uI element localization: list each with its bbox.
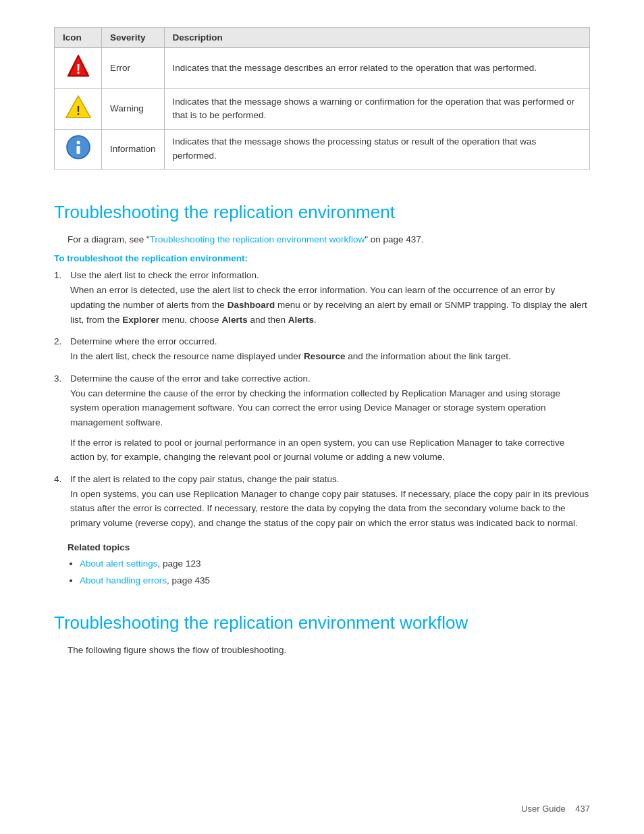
section2-body: The following figure shows the flow of t… — [68, 643, 590, 658]
step1-bold-dashboard: Dashboard — [227, 300, 275, 310]
table-row-info: Information Indicates that the message s… — [55, 129, 590, 169]
warning-icon: ! — [65, 95, 91, 119]
related-topic-1-page: , — [158, 558, 163, 569]
step-2: 2. Determine where the error occurred. I… — [54, 336, 590, 364]
severity-table: Icon Severity Description ! Error Indica… — [54, 27, 590, 170]
related-topic-2-page: , — [167, 575, 172, 585]
table-cell-severity-warning: Warning — [102, 89, 165, 129]
step1-bold-alerts2: Alerts — [288, 315, 314, 325]
error-icon: ! — [66, 53, 90, 79]
step1-bold-alerts1: Alerts — [221, 315, 247, 325]
related-topic-2-link[interactable]: About handling errors — [80, 575, 167, 585]
step1-bold-explorer: Explorer — [122, 315, 159, 325]
table-header-icon: Icon — [55, 28, 102, 48]
step-1-summary: Use the alert list to check the error in… — [70, 270, 259, 280]
step-1-number: 1. — [54, 270, 65, 280]
related-topic-1-pagenum: page 123 — [163, 558, 200, 569]
step-4-number: 4. — [54, 474, 65, 484]
section1-title: Troubleshooting the replication environm… — [54, 202, 590, 223]
step-4: 4. If the alert is related to the copy p… — [54, 474, 590, 531]
table-cell-desc-info: Indicates that the message shows the pro… — [164, 129, 589, 169]
related-topics-section: Related topics About alert settings, pag… — [68, 542, 590, 588]
related-topics-list: About alert settings, page 123 About han… — [68, 556, 590, 588]
footer-label: User Guide — [521, 804, 566, 814]
section1-intro-link[interactable]: Troubleshooting the replication environm… — [150, 234, 365, 244]
info-icon — [66, 135, 90, 159]
related-topic-1: About alert settings, page 123 — [80, 556, 590, 571]
svg-point-6 — [76, 140, 80, 144]
step-2-number: 2. — [54, 336, 65, 346]
table-header-description: Description — [164, 28, 589, 48]
step-2-detail: In the alert list, check the resource na… — [70, 349, 590, 364]
step-3: 3. Determine the cause of the error and … — [54, 373, 590, 465]
step-3-number: 3. — [54, 373, 65, 384]
svg-rect-7 — [76, 146, 80, 154]
footer-page: 437 — [575, 804, 590, 814]
section1-subtitle: To troubleshoot the replication environm… — [54, 253, 590, 263]
related-topic-1-link[interactable]: About alert settings — [80, 558, 158, 569]
step-1-detail: When an error is detected, use the alert… — [70, 283, 590, 327]
step-3-detail-1: You can determine the cause of the error… — [70, 386, 590, 430]
section2-title: Troubleshooting the replication environm… — [54, 613, 590, 633]
table-cell-desc-error: Indicates that the message describes an … — [164, 48, 589, 89]
table-row-error: ! Error Indicates that the message descr… — [55, 48, 590, 89]
steps-container: 1. Use the alert list to check the error… — [54, 270, 590, 530]
step-4-detail: In open systems, you can use Replication… — [70, 487, 590, 531]
step-1: 1. Use the alert list to check the error… — [54, 270, 590, 327]
related-topic-2: About handling errors, page 435 — [80, 573, 590, 588]
section1-intro: For a diagram, see "Troubleshooting the … — [68, 232, 590, 247]
table-cell-severity-error: Error — [102, 48, 165, 89]
table-row-warning: ! Warning Indicates that the message sho… — [55, 89, 590, 129]
related-topics-title: Related topics — [68, 542, 590, 552]
table-cell-severity-info: Information — [102, 129, 165, 169]
svg-text:!: ! — [76, 61, 80, 76]
step-3-detail-2: If the error is related to pool or journ… — [70, 436, 590, 465]
page-footer: User Guide 437 — [521, 804, 590, 814]
table-header-severity: Severity — [102, 28, 165, 48]
table-cell-desc-warning: Indicates that the message shows a warni… — [164, 89, 589, 129]
step2-bold-resource: Resource — [304, 351, 346, 361]
step-2-summary: Determine where the error occurred. — [70, 336, 217, 346]
svg-text:!: ! — [76, 104, 80, 118]
step-3-summary: Determine the cause of the error and tak… — [70, 373, 311, 384]
step-4-summary: If the alert is related to the copy pair… — [70, 474, 339, 484]
related-topic-2-pagenum: page 435 — [172, 575, 210, 585]
